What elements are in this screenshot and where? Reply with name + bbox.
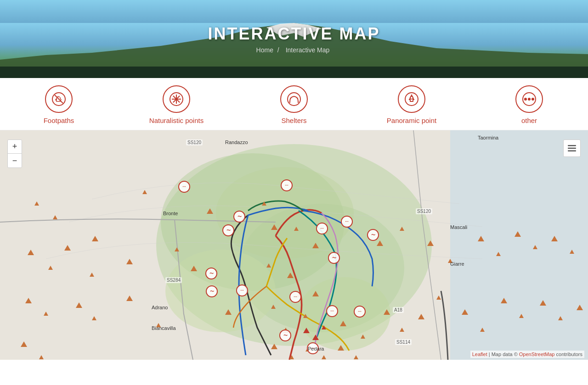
svg-rect-30 <box>568 151 576 152</box>
triangle-21 <box>28 250 34 255</box>
category-footpaths[interactable]: Footpaths <box>0 85 118 124</box>
triangle-46 <box>156 323 161 327</box>
footpaths-icon-container <box>45 85 73 113</box>
triangle-76 <box>322 355 326 359</box>
svg-rect-3 <box>0 67 588 78</box>
triangle-78 <box>354 355 358 359</box>
marker-other-8[interactable]: ··· <box>354 306 366 318</box>
triangle-12 <box>400 227 404 231</box>
svg-point-17 <box>525 98 526 100</box>
svg-rect-28 <box>568 145 576 146</box>
marker-other-5[interactable]: ··· <box>236 285 248 296</box>
svg-point-18 <box>528 98 530 100</box>
triangle-61 <box>540 300 546 306</box>
triangle-13 <box>427 240 434 246</box>
marker-other-7[interactable]: ··· <box>326 305 338 317</box>
triangle-48 <box>271 305 276 309</box>
triangle-4 <box>142 190 147 194</box>
triangle-2 <box>53 215 57 219</box>
triangle-43 <box>76 302 82 308</box>
triangle-18 <box>533 245 537 249</box>
triangle-3 <box>92 236 98 241</box>
triangle-41 <box>25 298 32 303</box>
triangle-red-2 <box>312 335 319 340</box>
triangle-20 <box>570 250 574 254</box>
map-background <box>0 130 588 360</box>
marker-other-6[interactable]: ··· <box>289 291 301 303</box>
marker-other-1[interactable]: ··· <box>178 181 190 193</box>
other-label: other <box>521 117 537 124</box>
triangle-51 <box>340 321 346 326</box>
naturalistic-label: Naturalistic points <box>149 117 204 124</box>
marker-other-3[interactable]: ··· <box>316 223 328 234</box>
map-zoom-controls: + − <box>7 139 22 168</box>
other-icon-container <box>515 85 543 113</box>
triangle-22 <box>48 266 53 270</box>
map-container[interactable]: Randazzo Bronte Adrano Biancavilla Masca… <box>0 130 588 360</box>
triangle-27 <box>191 266 197 271</box>
category-panoramic[interactable]: Panoramic point <box>353 85 470 124</box>
triangle-60 <box>519 314 524 318</box>
hero-overlay: INTERACTIVE MAP Home / Interactive Map <box>208 24 380 54</box>
leaflet-link[interactable]: Leaflet <box>472 352 487 357</box>
triangle-9 <box>312 243 319 248</box>
breadcrumb-separator: / <box>277 46 279 54</box>
triangle-63 <box>577 305 583 310</box>
svg-rect-29 <box>568 148 576 149</box>
triangle-45 <box>126 296 133 301</box>
triangle-16 <box>496 252 501 256</box>
triangle-23 <box>64 245 71 251</box>
page-title: INTERACTIVE MAP <box>208 24 380 44</box>
marker-other-9[interactable]: ··· <box>307 342 319 354</box>
triangle-17 <box>514 231 521 237</box>
svg-point-11 <box>288 93 300 106</box>
shelters-icon-container <box>280 85 308 113</box>
triangle-73 <box>271 344 277 349</box>
triangle-28 <box>266 263 271 268</box>
triangle-31 <box>312 291 319 296</box>
triangle-8 <box>294 227 299 231</box>
triangle-11 <box>377 240 383 246</box>
category-other[interactable]: other <box>470 85 588 124</box>
triangle-55 <box>418 314 424 319</box>
marker-shelter-6[interactable]: 〜 <box>206 285 218 297</box>
svg-rect-21 <box>450 130 588 360</box>
marker-shelter-1[interactable]: 〜 <box>233 211 245 223</box>
zoom-out-button[interactable]: − <box>8 154 22 167</box>
triangle-25 <box>126 259 133 264</box>
triangle-19 <box>551 236 558 241</box>
triangle-14 <box>448 259 452 263</box>
triangle-1 <box>34 201 39 206</box>
triangle-62 <box>558 316 563 320</box>
naturalistic-icon <box>169 91 184 107</box>
triangle-74 <box>289 355 294 359</box>
hero-section: INTERACTIVE MAP Home / Interactive Map <box>0 0 588 78</box>
shelters-icon <box>286 91 302 107</box>
osm-link[interactable]: OpenStreetMap <box>519 352 555 357</box>
zoom-in-button[interactable]: + <box>8 140 22 154</box>
breadcrumb-home[interactable]: Home <box>256 46 273 54</box>
marker-shelter-2[interactable]: 〜 <box>222 224 234 236</box>
triangle-72 <box>39 355 44 359</box>
marker-shelter-4[interactable]: 〜 <box>367 229 379 241</box>
marker-other-4[interactable]: ··· <box>341 216 353 228</box>
panoramic-label: Panoramic point <box>387 117 436 124</box>
triangle-26 <box>175 247 179 251</box>
category-shelters[interactable]: Shelters <box>235 85 353 124</box>
triangle-red-1 <box>303 328 310 333</box>
footpaths-label: Footpaths <box>44 117 74 124</box>
triangle-54 <box>400 328 404 332</box>
triangle-7 <box>271 224 277 230</box>
triangle-59 <box>501 298 507 303</box>
marker-other-2[interactable]: ··· <box>281 179 293 191</box>
triangle-50 <box>303 314 308 318</box>
panoramic-icon-container <box>398 85 425 113</box>
triangle-red-3 <box>322 325 326 329</box>
footpaths-icon <box>51 91 67 107</box>
marker-shelter-5[interactable]: 〜 <box>205 268 217 279</box>
layers-button[interactable] <box>563 139 581 157</box>
category-naturalistic[interactable]: Naturalistic points <box>118 85 235 124</box>
marker-shelter-7[interactable]: 〜 <box>279 329 291 341</box>
marker-shelter-3[interactable]: 〜 <box>328 252 340 264</box>
shelters-label: Shelters <box>281 117 306 124</box>
